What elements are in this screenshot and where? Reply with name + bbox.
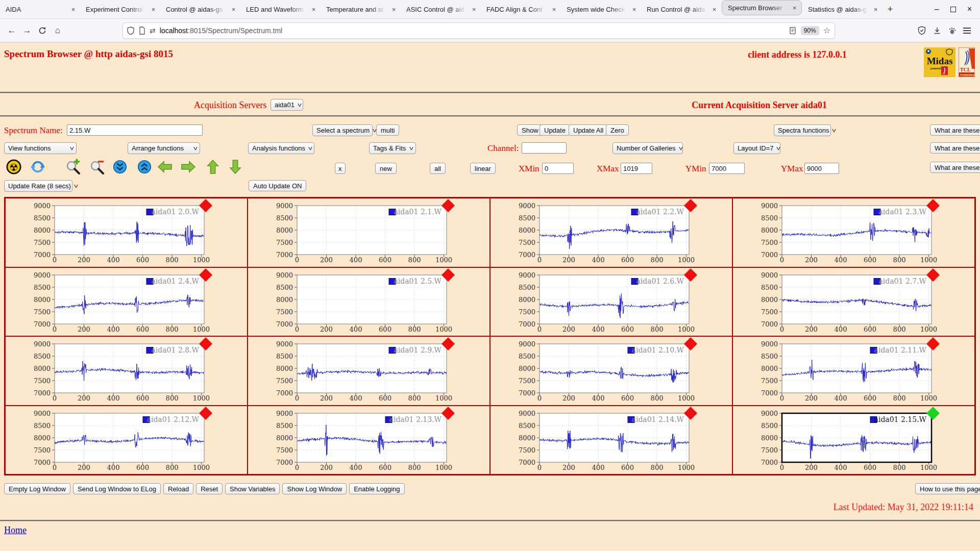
tab-close-icon[interactable]: × bbox=[872, 6, 879, 13]
url-bar[interactable]: ⇄ localhost:8015/Spectrum/Spectrum.tml 9… bbox=[122, 22, 835, 39]
tab-close-icon[interactable]: × bbox=[69, 6, 77, 13]
tab-spectrum-browser[interactable]: Spectrum Browser× bbox=[722, 0, 802, 15]
tab-close-icon[interactable]: × bbox=[310, 6, 317, 13]
tcl-powered-logo[interactable]: TCL POWERED bbox=[959, 47, 975, 77]
update-button[interactable]: Update bbox=[540, 124, 570, 136]
what-are-these-button-1[interactable]: What are these? bbox=[930, 124, 980, 136]
tab-control-aidas-gs[interactable]: Control @ aidas-gs× bbox=[160, 0, 240, 18]
how-to-use-button[interactable]: How to use this page bbox=[915, 483, 980, 494]
auto-update-button[interactable]: Auto Update ON bbox=[249, 180, 306, 191]
reset-button[interactable]: Reset bbox=[196, 483, 223, 494]
show-log-window-button[interactable]: Show Log Window bbox=[282, 483, 347, 494]
tab-temperature-and-st[interactable]: Temperature and st× bbox=[321, 0, 401, 18]
zoom-in-icon[interactable] bbox=[64, 159, 82, 175]
empty-log-window-button[interactable]: Empty Log Window bbox=[4, 483, 70, 494]
reader-mode-icon[interactable] bbox=[790, 27, 797, 34]
menu-icon[interactable] bbox=[963, 30, 971, 31]
spectrum-plot-cell[interactable]: 0200400600800100070007500800085009000aid… bbox=[490, 406, 732, 475]
radiation-icon[interactable]: ☢ bbox=[5, 159, 22, 175]
spectrum-plot-cell[interactable]: 0200400600800100070007500800085009000aid… bbox=[5, 267, 248, 337]
spectrum-plot-cell[interactable]: 0200400600800100070007500800085009000aid… bbox=[490, 198, 732, 267]
xmin-input[interactable] bbox=[542, 163, 574, 174]
ymax-input[interactable] bbox=[804, 163, 839, 174]
linear-button[interactable]: linear bbox=[470, 163, 496, 174]
analysis-functions-dropdown[interactable]: Analysis functionsv bbox=[248, 142, 314, 154]
spectrum-name-input[interactable] bbox=[67, 124, 203, 136]
spectrum-plot-cell[interactable]: 0200400600800100070007500800085009000aid… bbox=[248, 336, 490, 406]
spectrum-plot-cell[interactable]: 0200400600800100070007500800085009000aid… bbox=[5, 198, 248, 267]
home-button[interactable]: ⌂ bbox=[50, 23, 65, 38]
reload-button[interactable] bbox=[35, 23, 50, 38]
minimize-button[interactable]: – bbox=[935, 5, 939, 14]
spectrum-plot-cell[interactable]: 0200400600800100070007500800085009000aid… bbox=[5, 336, 248, 406]
reload-button[interactable]: Reload bbox=[163, 483, 193, 494]
spectrum-plot-cell[interactable]: 0200400600800100070007500800085009000aid… bbox=[490, 267, 732, 337]
tab-close-icon[interactable]: × bbox=[710, 6, 718, 13]
up-icon[interactable] bbox=[204, 159, 222, 175]
collapse-icon[interactable] bbox=[111, 159, 129, 175]
tab-led-and-waveform[interactable]: LED and Waveform× bbox=[240, 0, 321, 18]
zoom-level-badge[interactable]: 90% bbox=[801, 26, 819, 35]
tab-system-wide-check[interactable]: System wide Check× bbox=[561, 0, 641, 18]
tab-run-control-aida[interactable]: Run Control @ aida× bbox=[641, 0, 721, 18]
channel-input[interactable] bbox=[522, 142, 567, 154]
refresh-icon[interactable] bbox=[29, 159, 46, 175]
close-window-button[interactable]: × bbox=[967, 5, 972, 14]
tab-close-icon[interactable]: × bbox=[630, 6, 638, 13]
tab-close-icon[interactable]: × bbox=[230, 6, 237, 13]
tab-close-icon[interactable]: × bbox=[550, 6, 558, 13]
spectra-functions-dropdown[interactable]: Spectra functionsv bbox=[774, 124, 831, 136]
tab-aida[interactable]: AIDA× bbox=[0, 0, 80, 18]
tab-close-icon[interactable]: × bbox=[470, 6, 478, 13]
spectrum-plot-cell[interactable]: 0200400600800100070007500800085009000aid… bbox=[248, 198, 490, 267]
back-button[interactable]: ← bbox=[4, 23, 19, 38]
home-link[interactable]: Home bbox=[4, 525, 27, 536]
what-are-these-button-2[interactable]: What are these? bbox=[930, 142, 980, 154]
tab-close-icon[interactable]: × bbox=[791, 4, 798, 12]
show-button[interactable]: Show bbox=[517, 124, 543, 136]
enable-logging-button[interactable]: Enable Logging bbox=[349, 483, 404, 494]
down-icon[interactable] bbox=[227, 159, 244, 175]
midas-logo[interactable]: Midas powered by TCL bbox=[924, 47, 955, 77]
x-button[interactable]: x bbox=[335, 163, 346, 174]
previous-icon[interactable] bbox=[156, 159, 174, 175]
arrange-functions-dropdown[interactable]: Arrange functionsv bbox=[128, 142, 200, 154]
tab-fadc-align-cont[interactable]: FADC Align & Cont× bbox=[481, 0, 561, 18]
multi-button[interactable]: multi bbox=[376, 124, 399, 136]
tab-close-icon[interactable]: × bbox=[390, 6, 398, 13]
update-all-button[interactable]: Update All bbox=[569, 124, 608, 136]
spectrum-plot-cell[interactable]: 0200400600800100070007500800085009000aid… bbox=[732, 336, 975, 406]
acquisition-server-select[interactable]: aida01v bbox=[271, 99, 303, 111]
next-icon[interactable] bbox=[180, 159, 197, 175]
tab-asic-control-aid[interactable]: ASIC Control @ aid× bbox=[401, 0, 481, 18]
layout-id-dropdown[interactable]: Layout ID=7v bbox=[733, 142, 780, 154]
maximize-button[interactable] bbox=[950, 7, 956, 12]
all-button[interactable]: all bbox=[430, 163, 446, 174]
galleries-dropdown[interactable]: Number of Galleriesv bbox=[612, 142, 683, 154]
send-log-window-to-elog-button[interactable]: Send Log Window to ELog bbox=[73, 483, 161, 494]
xmax-input[interactable] bbox=[621, 163, 652, 174]
forward-button[interactable]: → bbox=[19, 23, 35, 38]
update-rate-dropdown[interactable]: Update Rate (8 secs)v bbox=[4, 180, 72, 192]
zero-button[interactable]: Zero bbox=[606, 124, 629, 136]
view-functions-dropdown[interactable]: View functionsv bbox=[4, 142, 77, 154]
bookmark-star-icon[interactable]: ☆ bbox=[823, 26, 830, 35]
spectrum-plot-cell[interactable]: 0200400600800100070007500800085009000aid… bbox=[248, 267, 490, 337]
what-are-these-button-3[interactable]: What are these? bbox=[930, 162, 980, 173]
new-tab-button[interactable]: + bbox=[883, 4, 898, 15]
zoom-out-icon[interactable] bbox=[88, 159, 106, 175]
tab-experiment-control[interactable]: Experiment Control× bbox=[80, 0, 160, 18]
tags-fits-dropdown[interactable]: Tags & Fitsv bbox=[369, 142, 416, 154]
spectrum-plot-cell[interactable]: 0200400600800100070007500800085009000aid… bbox=[732, 406, 975, 475]
select-spectrum-dropdown[interactable]: Select a spectrumv bbox=[312, 124, 373, 136]
tab-close-icon[interactable]: × bbox=[150, 6, 157, 13]
spectrum-plot-cell[interactable]: 0200400600800100070007500800085009000aid… bbox=[732, 198, 975, 267]
ymin-input[interactable] bbox=[709, 163, 745, 174]
expand-icon[interactable] bbox=[136, 159, 153, 175]
show-variables-button[interactable]: Show Variables bbox=[225, 483, 280, 494]
tab-statistics-aidas-g[interactable]: Statistics @ aidas-g× bbox=[802, 0, 883, 18]
download-icon[interactable] bbox=[933, 27, 941, 35]
new-button[interactable]: new bbox=[375, 163, 397, 174]
gnome-extension-icon[interactable] bbox=[948, 27, 956, 35]
spectrum-plot-cell[interactable]: 0200400600800100070007500800085009000aid… bbox=[490, 336, 732, 406]
